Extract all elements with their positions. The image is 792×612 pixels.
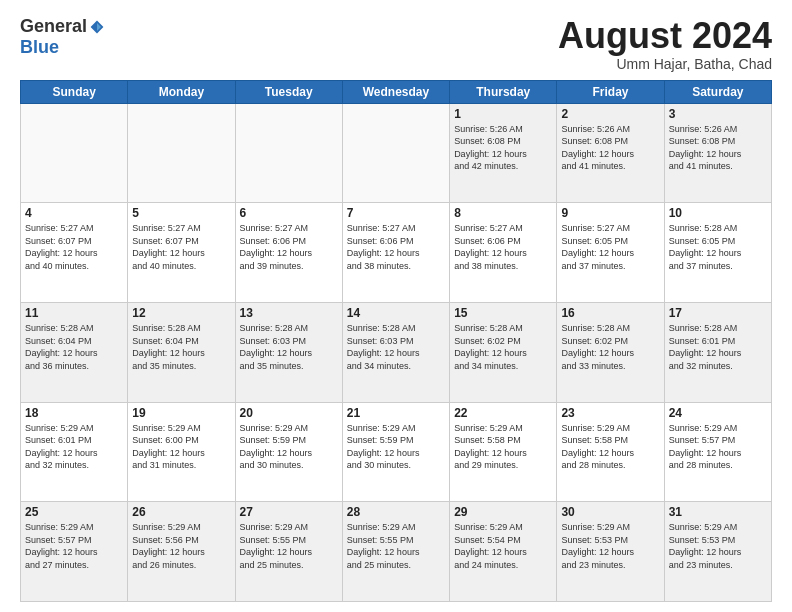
day-info: Sunrise: 5:29 AM Sunset: 5:58 PM Dayligh… [561, 422, 659, 472]
day-info: Sunrise: 5:29 AM Sunset: 5:59 PM Dayligh… [347, 422, 445, 472]
day-info: Sunrise: 5:28 AM Sunset: 6:04 PM Dayligh… [132, 322, 230, 372]
day-number: 3 [669, 107, 767, 121]
day-info: Sunrise: 5:29 AM Sunset: 5:58 PM Dayligh… [454, 422, 552, 472]
calendar-cell: 17Sunrise: 5:28 AM Sunset: 6:01 PM Dayli… [664, 302, 771, 402]
day-info: Sunrise: 5:27 AM Sunset: 6:06 PM Dayligh… [240, 222, 338, 272]
day-info: Sunrise: 5:26 AM Sunset: 6:08 PM Dayligh… [669, 123, 767, 173]
day-number: 12 [132, 306, 230, 320]
day-info: Sunrise: 5:27 AM Sunset: 6:07 PM Dayligh… [132, 222, 230, 272]
calendar-cell: 7Sunrise: 5:27 AM Sunset: 6:06 PM Daylig… [342, 203, 449, 303]
day-number: 13 [240, 306, 338, 320]
calendar-cell: 19Sunrise: 5:29 AM Sunset: 6:00 PM Dayli… [128, 402, 235, 502]
title-area: August 2024 Umm Hajar, Batha, Chad [558, 16, 772, 72]
calendar-cell: 29Sunrise: 5:29 AM Sunset: 5:54 PM Dayli… [450, 502, 557, 602]
calendar-cell: 2Sunrise: 5:26 AM Sunset: 6:08 PM Daylig… [557, 103, 664, 203]
calendar-cell: 24Sunrise: 5:29 AM Sunset: 5:57 PM Dayli… [664, 402, 771, 502]
day-number: 27 [240, 505, 338, 519]
day-number: 6 [240, 206, 338, 220]
day-number: 9 [561, 206, 659, 220]
day-number: 29 [454, 505, 552, 519]
day-number: 11 [25, 306, 123, 320]
day-number: 4 [25, 206, 123, 220]
calendar-table: SundayMondayTuesdayWednesdayThursdayFrid… [20, 80, 772, 602]
day-number: 20 [240, 406, 338, 420]
calendar-cell: 9Sunrise: 5:27 AM Sunset: 6:05 PM Daylig… [557, 203, 664, 303]
location-subtitle: Umm Hajar, Batha, Chad [558, 56, 772, 72]
week-row-3: 11Sunrise: 5:28 AM Sunset: 6:04 PM Dayli… [21, 302, 772, 402]
day-info: Sunrise: 5:28 AM Sunset: 6:03 PM Dayligh… [240, 322, 338, 372]
day-number: 16 [561, 306, 659, 320]
calendar-cell: 21Sunrise: 5:29 AM Sunset: 5:59 PM Dayli… [342, 402, 449, 502]
calendar-cell: 13Sunrise: 5:28 AM Sunset: 6:03 PM Dayli… [235, 302, 342, 402]
day-info: Sunrise: 5:27 AM Sunset: 6:06 PM Dayligh… [454, 222, 552, 272]
weekday-header-sunday: Sunday [21, 80, 128, 103]
day-number: 14 [347, 306, 445, 320]
day-number: 7 [347, 206, 445, 220]
weekday-header-wednesday: Wednesday [342, 80, 449, 103]
calendar-cell: 10Sunrise: 5:28 AM Sunset: 6:05 PM Dayli… [664, 203, 771, 303]
day-info: Sunrise: 5:26 AM Sunset: 6:08 PM Dayligh… [561, 123, 659, 173]
day-number: 18 [25, 406, 123, 420]
calendar-cell: 4Sunrise: 5:27 AM Sunset: 6:07 PM Daylig… [21, 203, 128, 303]
calendar-cell: 20Sunrise: 5:29 AM Sunset: 5:59 PM Dayli… [235, 402, 342, 502]
month-title: August 2024 [558, 16, 772, 56]
day-info: Sunrise: 5:29 AM Sunset: 6:01 PM Dayligh… [25, 422, 123, 472]
day-info: Sunrise: 5:29 AM Sunset: 5:56 PM Dayligh… [132, 521, 230, 571]
day-info: Sunrise: 5:29 AM Sunset: 5:53 PM Dayligh… [561, 521, 659, 571]
calendar-cell: 26Sunrise: 5:29 AM Sunset: 5:56 PM Dayli… [128, 502, 235, 602]
calendar-cell: 14Sunrise: 5:28 AM Sunset: 6:03 PM Dayli… [342, 302, 449, 402]
weekday-header-monday: Monday [128, 80, 235, 103]
calendar-cell [21, 103, 128, 203]
day-info: Sunrise: 5:28 AM Sunset: 6:03 PM Dayligh… [347, 322, 445, 372]
day-number: 22 [454, 406, 552, 420]
day-number: 28 [347, 505, 445, 519]
weekday-header-thursday: Thursday [450, 80, 557, 103]
calendar-cell: 15Sunrise: 5:28 AM Sunset: 6:02 PM Dayli… [450, 302, 557, 402]
calendar-cell [235, 103, 342, 203]
calendar-cell: 5Sunrise: 5:27 AM Sunset: 6:07 PM Daylig… [128, 203, 235, 303]
day-number: 23 [561, 406, 659, 420]
weekday-header-row: SundayMondayTuesdayWednesdayThursdayFrid… [21, 80, 772, 103]
day-number: 1 [454, 107, 552, 121]
day-info: Sunrise: 5:28 AM Sunset: 6:04 PM Dayligh… [25, 322, 123, 372]
day-number: 30 [561, 505, 659, 519]
day-info: Sunrise: 5:28 AM Sunset: 6:02 PM Dayligh… [561, 322, 659, 372]
day-info: Sunrise: 5:29 AM Sunset: 5:57 PM Dayligh… [669, 422, 767, 472]
week-row-4: 18Sunrise: 5:29 AM Sunset: 6:01 PM Dayli… [21, 402, 772, 502]
day-number: 17 [669, 306, 767, 320]
weekday-header-friday: Friday [557, 80, 664, 103]
day-info: Sunrise: 5:29 AM Sunset: 5:54 PM Dayligh… [454, 521, 552, 571]
logo-icon [89, 19, 105, 35]
day-number: 15 [454, 306, 552, 320]
calendar-cell: 27Sunrise: 5:29 AM Sunset: 5:55 PM Dayli… [235, 502, 342, 602]
week-row-1: 1Sunrise: 5:26 AM Sunset: 6:08 PM Daylig… [21, 103, 772, 203]
day-info: Sunrise: 5:27 AM Sunset: 6:06 PM Dayligh… [347, 222, 445, 272]
calendar-page: General Blue August 2024 Umm Hajar, Bath… [0, 0, 792, 612]
calendar-cell: 12Sunrise: 5:28 AM Sunset: 6:04 PM Dayli… [128, 302, 235, 402]
calendar-cell: 25Sunrise: 5:29 AM Sunset: 5:57 PM Dayli… [21, 502, 128, 602]
day-number: 8 [454, 206, 552, 220]
calendar-cell: 22Sunrise: 5:29 AM Sunset: 5:58 PM Dayli… [450, 402, 557, 502]
day-number: 2 [561, 107, 659, 121]
calendar-cell: 31Sunrise: 5:29 AM Sunset: 5:53 PM Dayli… [664, 502, 771, 602]
calendar-cell: 6Sunrise: 5:27 AM Sunset: 6:06 PM Daylig… [235, 203, 342, 303]
header: General Blue August 2024 Umm Hajar, Bath… [20, 16, 772, 72]
day-number: 24 [669, 406, 767, 420]
day-number: 26 [132, 505, 230, 519]
day-info: Sunrise: 5:29 AM Sunset: 5:55 PM Dayligh… [347, 521, 445, 571]
day-number: 10 [669, 206, 767, 220]
weekday-header-saturday: Saturday [664, 80, 771, 103]
day-info: Sunrise: 5:29 AM Sunset: 5:53 PM Dayligh… [669, 521, 767, 571]
day-info: Sunrise: 5:29 AM Sunset: 5:57 PM Dayligh… [25, 521, 123, 571]
day-info: Sunrise: 5:29 AM Sunset: 5:59 PM Dayligh… [240, 422, 338, 472]
day-number: 5 [132, 206, 230, 220]
calendar-cell [128, 103, 235, 203]
weekday-header-tuesday: Tuesday [235, 80, 342, 103]
calendar-cell: 23Sunrise: 5:29 AM Sunset: 5:58 PM Dayli… [557, 402, 664, 502]
week-row-2: 4Sunrise: 5:27 AM Sunset: 6:07 PM Daylig… [21, 203, 772, 303]
day-info: Sunrise: 5:29 AM Sunset: 5:55 PM Dayligh… [240, 521, 338, 571]
calendar-cell: 8Sunrise: 5:27 AM Sunset: 6:06 PM Daylig… [450, 203, 557, 303]
day-number: 19 [132, 406, 230, 420]
day-number: 21 [347, 406, 445, 420]
day-info: Sunrise: 5:26 AM Sunset: 6:08 PM Dayligh… [454, 123, 552, 173]
